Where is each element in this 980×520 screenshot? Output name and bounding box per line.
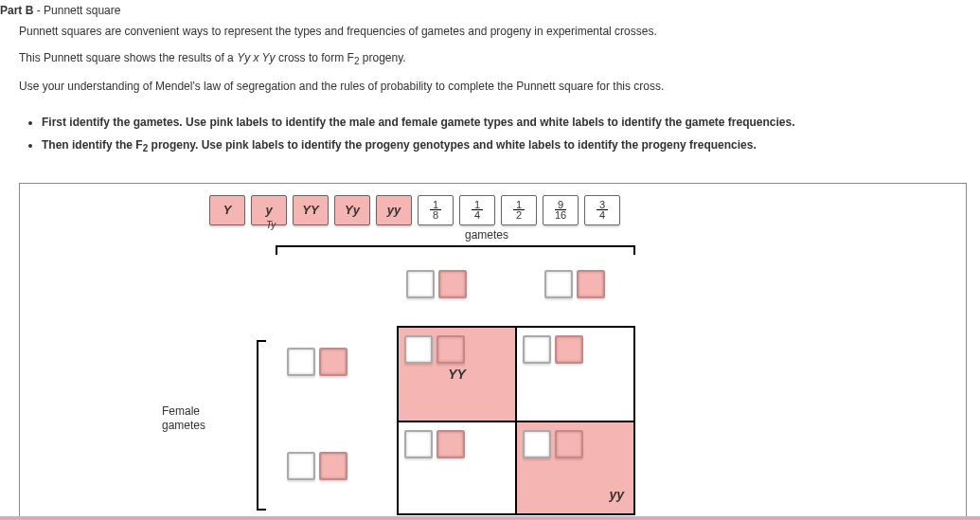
part-title: Punnett square: [44, 4, 120, 17]
progeny-1-0-type-slot[interactable]: [437, 430, 465, 458]
progeny-1-0-freq-slot[interactable]: [404, 430, 433, 458]
progeny-cell-1-0[interactable]: [397, 421, 515, 515]
tile-1-2[interactable]: 12: [501, 195, 537, 225]
male-gamete-1-freq-slot[interactable]: [406, 270, 435, 298]
female-gamete-2-slots: [287, 452, 347, 480]
progeny-0-1-type-slot[interactable]: [555, 335, 583, 364]
tile-9-16[interactable]: 916: [543, 195, 579, 225]
instruction-bullets: First identify the gametes. Use pink lab…: [0, 116, 980, 170]
female-gametes-label: Female gametes: [162, 404, 205, 434]
tile-1-4[interactable]: 14: [459, 195, 495, 225]
progeny-0-1-freq-slot[interactable]: [523, 335, 551, 364]
paragraph-1: Punnett squares are convenient ways to r…: [0, 23, 980, 49]
female-gamete-2-freq-slot[interactable]: [287, 452, 315, 480]
progeny-1-1-freq-slot[interactable]: [523, 430, 551, 458]
male-gametes-label: gametes: [465, 228, 508, 242]
progeny-1-1-type-slot[interactable]: [555, 430, 583, 458]
workspace: Y y YY Yy yy 18 14 12 916 34 Ty gametes …: [19, 183, 967, 520]
progeny-cell-0-1[interactable]: [515, 326, 633, 421]
female-gamete-2-type-slot[interactable]: [319, 452, 347, 480]
tile-Yy[interactable]: Yy: [334, 195, 370, 225]
male-gamete-1-slots: [406, 270, 467, 298]
progeny-0-0-freq-slot[interactable]: [404, 335, 433, 364]
part-header: Part B - Punnett square: [0, 4, 980, 23]
paragraph-2: This Punnett square shows the results of…: [0, 49, 980, 78]
progeny-cell-0-0[interactable]: YY: [397, 326, 515, 421]
progeny-cell-1-1[interactable]: yy: [515, 421, 633, 515]
punnett-grid: YY: [397, 326, 635, 515]
progeny-0-0-prefilled: YY: [448, 367, 466, 382]
tile-1-8[interactable]: 18: [418, 195, 454, 225]
bullet-1: First identify the gametes. Use pink lab…: [42, 116, 980, 138]
paragraph-3: Use your understanding of Mendel's law o…: [0, 78, 980, 104]
tile-YY[interactable]: YY: [293, 195, 329, 225]
part-label: Part B: [0, 4, 33, 17]
progeny-1-1-prefilled: yy: [609, 487, 624, 502]
ty-artifact: Ty: [266, 220, 276, 230]
female-gamete-1-freq-slot[interactable]: [287, 348, 315, 376]
male-gamete-bracket: [276, 245, 635, 247]
male-gamete-1-type-slot[interactable]: [438, 270, 467, 298]
male-gamete-2-type-slot[interactable]: [577, 270, 605, 298]
tile-Y[interactable]: Y: [209, 195, 245, 225]
bottom-accent-bar: [0, 516, 980, 520]
male-gamete-2-freq-slot[interactable]: [544, 270, 573, 298]
female-gamete-bracket: [257, 340, 258, 511]
label-bank: Y y YY Yy yy 18 14 12 916 34: [209, 195, 956, 225]
bullet-2: Then identify the F2 progeny. Use pink l…: [42, 138, 980, 163]
progeny-0-0-type-slot[interactable]: [437, 335, 465, 364]
female-gamete-1-type-slot[interactable]: [319, 348, 347, 376]
male-gamete-2-slots: [544, 270, 605, 298]
tile-yy[interactable]: yy: [376, 195, 412, 225]
female-gamete-1-slots: [287, 348, 347, 376]
tile-3-4[interactable]: 34: [584, 195, 620, 225]
